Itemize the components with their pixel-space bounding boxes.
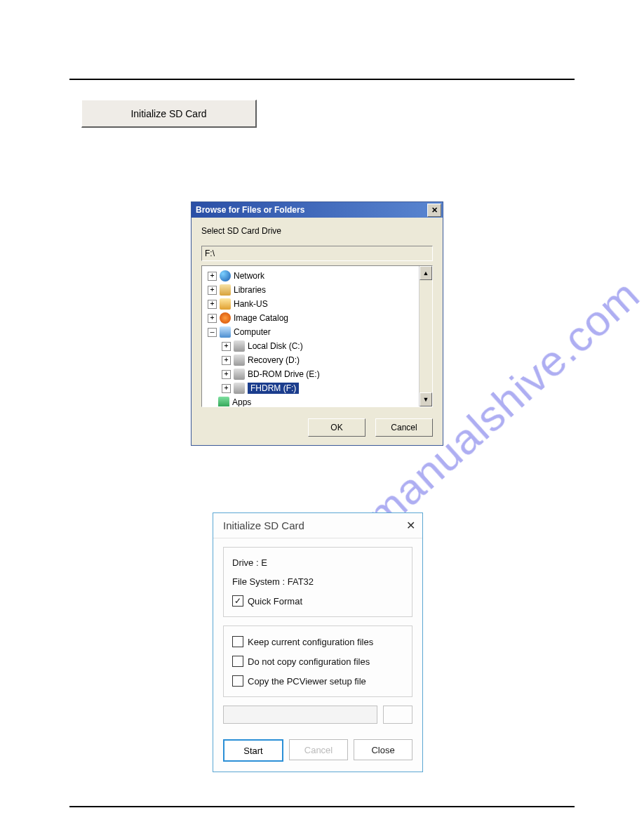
expand-icon[interactable]: +: [208, 300, 217, 309]
tree-item-recovery[interactable]: + Recovery (D:): [205, 353, 418, 367]
browse-titlebar[interactable]: Browse for Files or Folders ✕: [192, 202, 443, 218]
expand-icon[interactable]: +: [222, 342, 231, 351]
scroll-up-icon[interactable]: ▲: [420, 266, 432, 280]
tree-item-user[interactable]: + Hank-US: [205, 297, 418, 311]
start-button[interactable]: Start: [223, 739, 283, 762]
initialize-dialog: Initialize SD Card ✕ Drive : E File Syst…: [213, 512, 423, 772]
tree-label: Apps: [232, 397, 251, 407]
tree-label: Network: [234, 271, 264, 281]
collapse-icon[interactable]: –: [208, 328, 217, 337]
tree-item-local-disk[interactable]: + Local Disk (C:): [205, 339, 418, 353]
start-button-label: Start: [243, 746, 262, 756]
quick-format-label: Quick Format: [248, 596, 302, 607]
config-options-section: Keep current configuration files Do not …: [223, 626, 412, 697]
checkbox-unchecked-icon: [232, 656, 243, 667]
tree-scrollbar[interactable]: ▲ ▼: [419, 266, 432, 406]
ok-button[interactable]: OK: [308, 418, 365, 437]
keep-config-checkbox[interactable]: Keep current configuration files: [232, 636, 403, 647]
tree-item-libraries[interactable]: + Libraries: [205, 283, 418, 297]
tree-item-network[interactable]: + Network: [205, 269, 418, 283]
copy-pcviewer-checkbox[interactable]: Copy the PCViewer setup file: [232, 675, 403, 687]
tree-label: Hank-US: [234, 299, 268, 309]
initialize-sd-card-button-label: Initialize SD Card: [130, 108, 206, 119]
expand-icon[interactable]: +: [208, 272, 217, 281]
cancel-button[interactable]: Cancel: [375, 418, 433, 437]
initialize-titlebar[interactable]: Initialize SD Card ✕: [213, 513, 422, 538]
expand-icon[interactable]: +: [208, 286, 217, 295]
close-button[interactable]: Close: [354, 739, 412, 760]
tree-label: Libraries: [234, 285, 266, 295]
browse-dialog-title: Browse for Files or Folders: [196, 205, 304, 215]
folder-tree[interactable]: + Network + Libraries + Hank-US +: [201, 265, 433, 407]
tree-label: Local Disk (C:): [248, 341, 303, 351]
tree-label: Computer: [234, 327, 271, 337]
path-input[interactable]: F:\: [201, 246, 433, 261]
page-top-rule: [69, 79, 575, 80]
checkbox-checked-icon: ✓: [232, 595, 243, 607]
disk-icon: [234, 355, 245, 366]
progress-bar: [223, 706, 377, 724]
initialize-sd-card-button[interactable]: Initialize SD Card: [81, 100, 257, 128]
user-folder-icon: [220, 298, 231, 310]
no-copy-config-label: Do not copy configuration files: [248, 656, 370, 667]
quick-format-checkbox[interactable]: ✓ Quick Format: [232, 595, 403, 607]
ok-button-label: OK: [330, 423, 342, 432]
initialize-dialog-title: Initialize SD Card: [223, 519, 304, 531]
catalog-icon: [220, 312, 231, 324]
tree-item-computer[interactable]: – Computer: [205, 325, 418, 339]
filesystem-label: File System : FAT32: [232, 576, 403, 587]
tree-label: BD-ROM Drive (E:): [248, 369, 320, 379]
cancel-button-label: Cancel: [391, 423, 417, 432]
removable-drive-icon: [234, 383, 245, 394]
checkbox-unchecked-icon: [232, 675, 243, 687]
copy-pcviewer-label: Copy the PCViewer setup file: [248, 676, 366, 687]
tree-item-fhdrm[interactable]: + FHDRM (F:): [205, 381, 418, 395]
cancel-button-label: Cancel: [304, 745, 333, 755]
checkbox-unchecked-icon: [232, 636, 243, 647]
expand-icon[interactable]: +: [222, 384, 231, 393]
cancel-button[interactable]: Cancel: [289, 739, 348, 760]
tree-label: Recovery (D:): [248, 355, 300, 365]
no-copy-config-checkbox[interactable]: Do not copy configuration files: [232, 656, 403, 667]
keep-config-label: Keep current configuration files: [248, 637, 373, 647]
apps-icon: [218, 397, 229, 407]
browse-instruction: Select SD Card Drive: [201, 226, 433, 236]
drive-label: Drive : E: [232, 557, 403, 568]
tree-label: Image Catalog: [234, 313, 288, 323]
network-icon: [220, 270, 231, 282]
expand-icon[interactable]: +: [208, 314, 217, 323]
drive-info-section: Drive : E File System : FAT32 ✓ Quick Fo…: [223, 547, 412, 617]
progress-percent: [383, 706, 412, 724]
page-bottom-rule: [69, 806, 575, 807]
close-icon[interactable]: ✕: [406, 519, 415, 532]
expand-icon[interactable]: +: [222, 356, 231, 365]
expand-icon[interactable]: +: [222, 370, 231, 379]
tree-item-apps[interactable]: Apps: [205, 395, 418, 407]
computer-icon: [220, 326, 231, 338]
close-icon[interactable]: ✕: [427, 204, 441, 217]
disk-icon: [234, 340, 245, 352]
close-button-label: Close: [371, 745, 394, 755]
scroll-down-icon[interactable]: ▼: [420, 392, 432, 406]
libraries-icon: [220, 284, 231, 296]
tree-item-catalog[interactable]: + Image Catalog: [205, 311, 418, 325]
optical-drive-icon: [234, 369, 245, 380]
tree-label-selected: FHDRM (F:): [248, 383, 299, 394]
tree-item-bdrom[interactable]: + BD-ROM Drive (E:): [205, 367, 418, 381]
browse-dialog: Browse for Files or Folders ✕ Select SD …: [191, 201, 443, 446]
